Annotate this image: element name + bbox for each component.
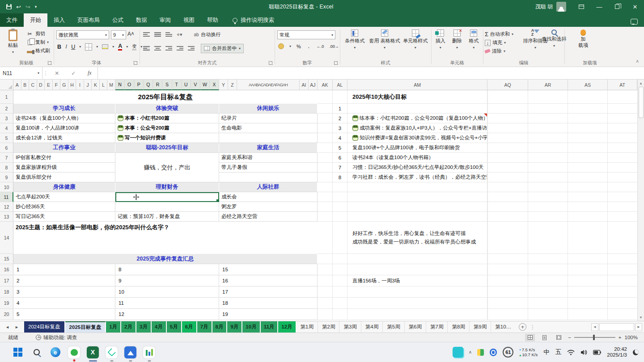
column-header-selected[interactable]: R [153,80,162,90]
column-headers-narrow[interactable]: AAABACADAEAFAGAH [237,80,300,90]
format-painter-button[interactable]: 格式刷 [26,46,50,55]
align-bottom-icon[interactable] [165,32,172,37]
customize-qat-icon[interactable]: ▾ [35,4,37,9]
edge-browser-button[interactable]: e [49,346,61,358]
select-all-corner[interactable] [0,80,13,90]
security-shield-icon[interactable] [490,349,497,356]
cell-styles-button[interactable]: 单元格样式▾ [401,27,430,60]
sheet-tab-month[interactable]: 8月 [212,321,228,333]
column-header-selected[interactable]: V [191,80,200,90]
empty-cell[interactable] [318,104,333,114]
empty-cell[interactable] [333,202,347,212]
core-goal-cell[interactable]: 读书24本（读复盘100个人物书籍） [347,153,487,163]
sheet-tab-month[interactable]: 9月 [227,321,242,333]
fill-button[interactable]: ↓填充▾ [485,39,513,46]
column-header[interactable]: L [100,80,108,90]
motto-cell[interactable]: 好好工作，快乐生活，用心复盘，让生命有迹可循成功既是爱，爱是一切原动力，祝福所有… [347,222,487,254]
sheet-tab-week[interactable]: 第3周 [339,321,361,333]
empty-cell[interactable] [318,123,333,133]
core-goal-cell[interactable]: 知识付费课=复盘创富30讲卖99元，视频号+公众号+小宇宙 [347,133,487,143]
alignment-dialog-launcher-icon[interactable] [269,61,273,65]
row-header[interactable]: 1 [0,90,13,104]
empty-cells[interactable] [487,264,637,275]
borders-icon[interactable] [85,43,92,51]
row-header[interactable]: 6 [0,143,13,153]
goal-cell[interactable]: 本事：公众号200篇 [115,123,219,133]
paste-button[interactable]: 粘贴▾ [4,27,22,60]
collapse-ribbon-icon[interactable]: ˄ [636,59,639,64]
event-number-cell[interactable]: 18 [219,298,318,309]
goal-number-cell[interactable]: 8 [333,173,347,182]
column-header[interactable]: AT [608,80,637,90]
theme-question-cell[interactable]: 2025主题：如果生活像一部电影，你的2025年叫什么名字？ [13,222,318,254]
new-sheet-icon[interactable]: + [519,323,526,331]
close-button[interactable]: ✕ [626,0,644,13]
goal-cell[interactable]: 带儿子暑假 [219,163,318,173]
zoom-out-icon[interactable]: − [568,335,571,340]
conditional-formatting-button[interactable]: 条件格式▾ [341,27,369,60]
column-header[interactable]: I [76,80,84,90]
event-number-cell[interactable]: 8 [115,264,219,275]
row-header[interactable]: 2 [0,104,13,114]
column-header[interactable]: AQ [487,80,528,90]
tab-data[interactable]: 数据 [130,13,153,27]
goal-cell[interactable]: 七点早起200天 [13,192,115,202]
vertical-scrollbar[interactable]: ▲ ▼ [637,80,644,321]
empty-cells[interactable] [487,104,637,114]
bold-button[interactable]: B [57,44,61,50]
empty-cell[interactable] [347,298,487,309]
column-header-selected[interactable]: N [115,80,125,90]
empty-cell[interactable] [333,309,347,320]
goal-cell[interactable]: 写日记365天 [13,212,115,222]
sheet-tab-week[interactable]: 第4周 [361,321,383,333]
row-header[interactable]: 5 [0,133,13,143]
empty-cell[interactable] [347,192,487,202]
scroll-down-icon[interactable]: ▼ [638,314,644,321]
empty-cell[interactable] [347,254,487,264]
tray-expand-icon[interactable]: ˄ [469,350,472,355]
event-number-cell[interactable]: 9 [115,275,219,286]
empty-cells[interactable] [487,309,637,320]
enter-icon[interactable]: ✓ [71,70,76,76]
category-header-cell[interactable]: 学习成长 [13,104,115,114]
sheet-tab-week[interactable]: 第2周 [318,321,339,333]
empty-cells[interactable] [487,153,637,163]
addins-button[interactable]: 加载项 [574,27,592,60]
core-goal-cell[interactable]: 复盘100讲+个人品牌100讲，电子版和印刷验货 [347,143,487,153]
font-color-icon[interactable]: A [118,43,122,51]
normal-view-button[interactable] [525,334,535,341]
core-goal-cell[interactable]: 练本事：小红书200篇，公众号200篇（复盘100个人物） [347,114,487,123]
empty-cell[interactable] [318,254,333,264]
goal-cell[interactable]: 复盘俱乐部交付 [13,173,115,182]
empty-cell[interactable] [347,182,487,192]
event-number-cell[interactable]: 4 [13,298,115,309]
clear-button[interactable]: 清除▾ [485,47,513,55]
category-header-cell[interactable]: 人际社群 [219,182,318,192]
page-break-view-button[interactable] [554,334,564,341]
goal-cell[interactable]: 必经之路天空营 [219,212,318,222]
column-header-selected[interactable]: U [182,80,191,90]
column-header-selected[interactable]: Q [144,80,153,90]
goal-cell[interactable]: 写一个知识付费课 [115,133,219,143]
goal-cell[interactable] [115,202,219,212]
row-header[interactable]: 14 [0,222,13,254]
empty-cell[interactable] [347,286,487,298]
column-header-selected[interactable]: O [125,80,134,90]
autosum-button[interactable]: Σ自动求和▾ [485,30,513,38]
active-cell-N11[interactable] [115,192,219,202]
sort-filter-button[interactable]: AZ 排序和筛选▾ [525,27,546,60]
decrease-indent-icon[interactable] [177,46,183,51]
excel-taskbar-button[interactable]: X [87,346,99,358]
merged-cell-part[interactable] [115,173,219,182]
underline-button[interactable]: U [71,44,75,50]
accounting-format-icon[interactable] [278,43,284,49]
comma-style-icon[interactable]: ， [306,43,311,50]
empty-cell[interactable] [318,264,333,275]
goal-cell[interactable] [347,104,487,114]
align-right-icon[interactable] [165,46,172,51]
name-box[interactable]: N11▾ [0,67,42,79]
column-header[interactable]: AL [333,80,347,90]
column-header[interactable]: E [45,80,53,90]
font-name-select[interactable]: 微软雅黑▾ [56,30,109,39]
sheet-tab-month[interactable]: 1月 [106,321,121,333]
